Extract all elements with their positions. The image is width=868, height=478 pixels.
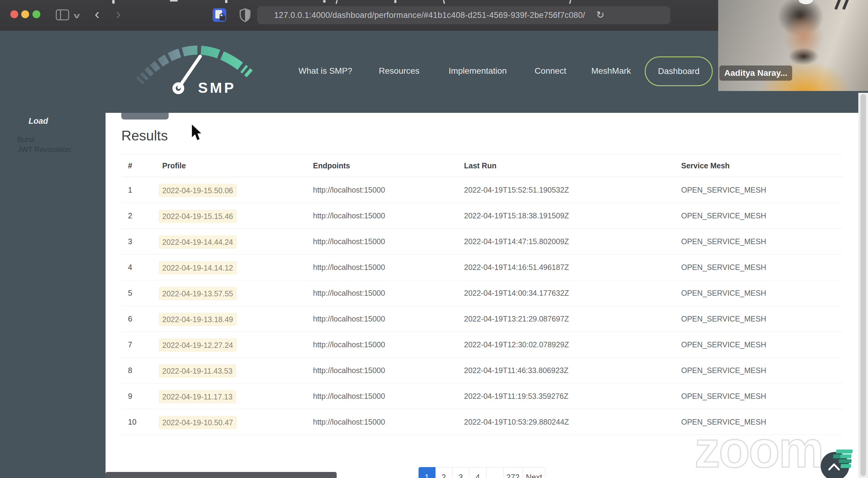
col-header-endpoints: Endpoints <box>313 154 350 177</box>
service-mesh-cell: OPEN_SERVICE_MESH <box>681 358 766 383</box>
endpoints-cell: http://localhost:15000 <box>313 177 385 202</box>
last-run-cell: 2022-04-19T10:53:29.880244Z <box>464 409 569 435</box>
reload-icon[interactable]: ↻ <box>596 6 604 24</box>
participant-name-label: Aaditya Naray... <box>719 65 792 81</box>
nav-dashboard-active[interactable]: Dashboard <box>645 56 713 86</box>
clipped-caption-fragment <box>112 0 115 4</box>
sidebar-toggle-icon[interactable] <box>56 9 69 20</box>
row-number: 6 <box>128 306 132 331</box>
horizontal-scrollbar-thumb[interactable] <box>105 472 337 478</box>
profile-link[interactable]: 2022-04-19-13.57.55 <box>159 287 237 300</box>
table-row: 4 2022-04-19-14.14.12 http://localhost:1… <box>121 254 842 280</box>
table-row: 3 2022-04-19-14.44.24 http://localhost:1… <box>121 229 842 254</box>
partial-ui-circle <box>799 0 813 4</box>
profile-link[interactable]: 2022-04-19-14.14.12 <box>159 261 237 275</box>
results-table: # Profile Endpoints Last Run Service Mes… <box>121 154 842 435</box>
profile-link[interactable]: 2022-04-19-11.43.53 <box>159 364 236 378</box>
profile-link[interactable]: 2022-04-19-14.44.24 <box>159 235 237 249</box>
row-number: 7 <box>128 332 132 357</box>
endpoints-cell: http://localhost:15000 <box>313 409 385 435</box>
profile-link[interactable]: 2022-04-19-15.15.46 <box>159 210 237 223</box>
table-row: 8 2022-04-19-11.43.53 http://localhost:1… <box>121 358 842 383</box>
clipped-shape <box>842 0 849 10</box>
table-header-row: # Profile Endpoints Last Run Service Mes… <box>121 154 842 177</box>
page-button-2[interactable]: 2 <box>436 467 453 478</box>
service-mesh-cell: OPEN_SERVICE_MESH <box>681 229 766 254</box>
row-number: 3 <box>128 229 132 254</box>
nav-resources[interactable]: Resources <box>379 66 420 76</box>
profile-link[interactable]: 2022-04-19-12.27.24 <box>159 339 237 352</box>
profile-link[interactable]: 2022-04-19-13.18.49 <box>159 313 237 326</box>
last-run-cell: 2022-04-19T11:46:33.806923Z <box>464 358 568 383</box>
row-number: 8 <box>128 358 132 383</box>
layer5-logo-icon <box>832 448 856 471</box>
row-number: 10 <box>128 409 136 435</box>
forward-button[interactable]: › <box>116 5 121 22</box>
logo-wordmark: SMP <box>198 80 236 96</box>
profile-link[interactable]: 2022-04-19-11.17.13 <box>159 390 236 404</box>
nav-implementation[interactable]: Implementation <box>448 66 506 76</box>
url-text: 127.0.0.1:4000/dashboard/performance/#41… <box>274 6 585 24</box>
row-number: 4 <box>128 254 132 280</box>
vertical-scrollbar-track[interactable] <box>858 93 868 478</box>
endpoints-cell: http://localhost:15000 <box>313 280 385 306</box>
col-header-num: # <box>128 154 132 177</box>
endpoints-cell: http://localhost:15000 <box>313 332 385 357</box>
table-row: 6 2022-04-19-13.18.49 http://localhost:1… <box>121 306 842 332</box>
page-button-…[interactable]: … <box>487 467 503 478</box>
service-mesh-cell: OPEN_SERVICE_MESH <box>681 306 766 331</box>
col-header-last-run: Last Run <box>464 154 496 177</box>
page-button-4[interactable]: 4 <box>469 467 487 478</box>
sidebar-item-burst[interactable]: Burst <box>17 135 34 144</box>
last-run-cell: 2022-04-19T14:00:34.177632Z <box>464 280 569 306</box>
clipped-caption-fragment <box>335 0 338 4</box>
clipped-caption-fragment <box>323 0 326 3</box>
nav-connect[interactable]: Connect <box>535 66 566 76</box>
scrolled-tab-stub[interactable] <box>121 113 168 120</box>
nav-what-is-smp[interactable]: What is SMP? <box>299 66 352 76</box>
endpoints-cell: http://localhost:15000 <box>313 254 385 280</box>
nav-meshmark[interactable]: MeshMark <box>591 66 631 76</box>
table-row: 1 2022-04-19-15.50.06 http://localhost:1… <box>121 177 842 203</box>
screen: v ‹ › 127.0.0.1:4000/dashboard/performan… <box>0 0 868 478</box>
profile-link[interactable]: 2022-04-19-15.50.06 <box>159 184 237 197</box>
close-window-button[interactable] <box>10 10 18 18</box>
sidebar-item-load[interactable]: Load <box>29 117 48 126</box>
fullscreen-window-button[interactable] <box>32 10 40 18</box>
service-mesh-cell: OPEN_SERVICE_MESH <box>681 203 766 228</box>
password-extension-icon[interactable] <box>213 8 226 22</box>
table-body: 1 2022-04-19-15.50.06 http://localhost:1… <box>121 177 842 435</box>
service-mesh-cell: OPEN_SERVICE_MESH <box>681 383 766 409</box>
service-mesh-cell: OPEN_SERVICE_MESH <box>681 177 766 202</box>
service-mesh-cell: OPEN_SERVICE_MESH <box>681 254 766 280</box>
page-button-272[interactable]: 272 <box>503 467 523 478</box>
address-bar[interactable]: 127.0.0.1:4000/dashboard/performance/#41… <box>257 6 670 24</box>
zoom-watermark: zoom <box>694 420 823 478</box>
page-button-1[interactable]: 1 <box>418 467 436 478</box>
col-header-profile: Profile <box>162 154 186 177</box>
next-page-button[interactable]: Next <box>523 467 545 478</box>
row-number: 9 <box>128 383 132 409</box>
minimize-window-button[interactable] <box>21 10 29 18</box>
last-run-cell: 2022-04-19T15:52:51.190532Z <box>464 177 569 202</box>
table-row: 2 2022-04-19-15.15.46 http://localhost:1… <box>121 203 842 229</box>
row-number: 5 <box>128 280 132 306</box>
clipped-shape <box>834 0 841 10</box>
page-button-3[interactable]: 3 <box>453 467 469 478</box>
back-button[interactable]: ‹ <box>95 5 99 22</box>
shield-privacy-icon[interactable] <box>239 8 251 24</box>
row-number: 1 <box>128 177 132 202</box>
row-number: 2 <box>128 203 132 228</box>
vertical-scrollbar-thumb[interactable] <box>860 94 866 476</box>
clipped-caption-fragment <box>443 0 445 4</box>
endpoints-cell: http://localhost:15000 <box>313 358 385 383</box>
profile-link[interactable]: 2022-04-19-10.50.47 <box>159 416 237 429</box>
last-run-cell: 2022-04-19T12:30:02.078929Z <box>464 332 569 357</box>
last-run-cell: 2022-04-19T14:47:15.802009Z <box>464 229 569 254</box>
clipped-caption-fragment <box>225 0 227 3</box>
last-run-cell: 2022-04-19T14:16:51.496187Z <box>464 254 569 280</box>
chevron-down-icon[interactable]: v <box>74 11 80 20</box>
smp-logo[interactable]: SMP <box>133 39 257 101</box>
sidebar-item-jwt-revocation[interactable]: JWT Revocation <box>18 145 71 154</box>
page-title: Results <box>121 127 168 144</box>
